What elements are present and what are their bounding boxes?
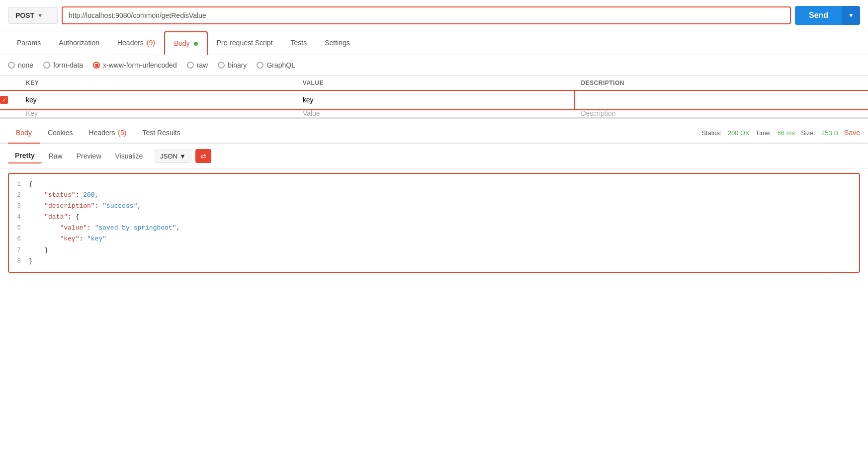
line-num-3: 3 [9,201,29,212]
response-tab-test-results[interactable]: Test Results [134,123,188,144]
method-chevron-icon: ▼ [37,12,43,18]
col-value-header: VALUE [297,76,575,91]
line-content-7: } [29,245,48,256]
radio-urlencoded-circle [93,62,100,69]
radio-raw-circle [187,62,194,69]
col-description-header: DESCRIPTION [575,76,853,91]
send-button-group: Send ▼ [795,6,860,25]
row-actions-cell [853,91,868,109]
row-checkbox-cell[interactable] [0,91,20,109]
save-response-button[interactable]: Save [844,129,860,137]
placeholder-key-text: Key [20,104,44,122]
tab-tests[interactable]: Tests [282,32,316,55]
time-label: Time: [756,129,772,137]
line-content-3: "description": "success", [29,201,141,212]
resp-tab-raw[interactable]: Raw [42,149,70,163]
radio-graphql[interactable]: GraphQL [257,61,295,69]
line-content-2: "status": 200, [29,190,98,201]
placeholder-value-text: Value [297,104,326,122]
table-row [0,91,868,109]
radio-form-data-circle [43,62,50,69]
code-line-4: 4 "data": { [9,212,859,223]
method-select[interactable]: POST ▼ [8,7,58,24]
time-value: 66 ms [778,129,795,137]
radio-graphql-circle [257,62,263,69]
radio-form-data[interactable]: form-data [43,61,83,69]
code-line-1: 1 { [9,179,859,190]
code-line-2: 2 "status": 200, [9,190,859,201]
line-num-7: 7 [9,245,29,256]
section-divider [0,118,868,119]
format-select[interactable]: JSON ▼ [155,150,191,163]
wrap-button[interactable]: ⇄ [195,149,211,163]
radio-x-www-form-urlencoded[interactable]: x-www-form-urlencoded [93,61,177,69]
response-tab-headers[interactable]: Headers (5) [81,123,135,144]
response-tab-body[interactable]: Body [8,123,40,144]
radio-binary-circle [218,62,225,69]
row-key-cell [20,91,297,109]
size-label: Size: [801,129,815,137]
code-viewer: 1 { 2 "status": 200, 3 "description": "s… [8,173,860,273]
line-num-2: 2 [9,190,29,201]
placeholder-checkbox-cell [0,109,20,118]
tab-authorization[interactable]: Authorization [50,32,108,55]
format-chevron-icon: ▼ [179,153,186,160]
code-line-7: 7 } [9,245,859,256]
line-content-8: } [29,256,33,267]
radio-none[interactable]: none [8,61,33,69]
body-options: none form-data x-www-form-urlencoded raw… [0,55,868,76]
url-bar: POST ▼ http://localhost:9080/common/getR… [0,0,868,31]
col-actions-header [853,76,868,91]
col-checkbox [0,76,20,91]
resp-tab-visualize[interactable]: Visualize [108,149,150,163]
code-line-3: 3 "description": "success", [9,201,859,212]
resp-tab-preview[interactable]: Preview [70,149,108,163]
response-status: Status: 200 OK Time: 66 ms Size: 253 B S… [701,129,860,137]
params-table: KEY VALUE DESCRIPTION Ke [0,76,868,118]
tab-params[interactable]: Params [8,32,50,55]
code-line-6: 6 "key": "key" [9,234,859,244]
code-line-8: 8 } [9,256,859,267]
placeholder-key-cell: Key [20,109,297,118]
tab-body[interactable]: Body [164,31,208,55]
url-input-wrapper: http://localhost:9080/common/getRedisVal… [62,6,791,24]
body-dot [194,42,198,46]
send-button[interactable]: Send [795,6,842,25]
line-content-6: "key": "key" [29,234,106,244]
col-key-header: KEY [20,76,297,91]
status-value: 200 OK [728,129,750,137]
line-num-1: 1 [9,179,29,190]
radio-raw[interactable]: raw [187,61,208,69]
resp-tab-pretty[interactable]: Pretty [8,149,42,163]
table-row-placeholder: Key Value Description [0,109,868,118]
line-num-8: 8 [9,256,29,267]
radio-binary[interactable]: binary [218,61,247,69]
placeholder-description-cell: Description [575,109,853,118]
row-value-cell [297,91,575,109]
send-dropdown-button[interactable]: ▼ [842,6,860,25]
placeholder-actions-cell [853,109,868,118]
response-format-tabs: Pretty Raw Preview Visualize JSON ▼ ⇄ [0,144,868,169]
tab-prerequest[interactable]: Pre-request Script [208,32,282,55]
request-tabs: Params Authorization Headers (9) Body Pr… [0,31,868,55]
response-tabs: Body Cookies Headers (5) Test Results St… [0,123,868,144]
status-label: Status: [701,129,721,137]
line-content-5: "value": "saved by springboot", [29,223,180,234]
response-tab-cookies[interactable]: Cookies [40,123,81,144]
tab-settings[interactable]: Settings [316,32,359,55]
placeholder-description-text: Description [575,104,621,122]
code-line-5: 5 "value": "saved by springboot", [9,223,859,234]
row-value-input[interactable] [297,91,575,109]
line-num-4: 4 [9,212,29,223]
row-checkbox[interactable] [0,96,8,104]
row-key-input[interactable] [20,91,297,109]
size-value: 253 B [821,129,838,137]
tab-headers[interactable]: Headers (9) [108,32,164,55]
line-num-6: 6 [9,234,29,244]
placeholder-value-cell: Value [297,109,575,118]
line-num-5: 5 [9,223,29,234]
line-content-4: "data": { [29,212,79,223]
url-input[interactable]: http://localhost:9080/common/getRedisVal… [69,11,784,19]
method-label: POST [15,11,34,19]
radio-none-circle [8,62,15,69]
